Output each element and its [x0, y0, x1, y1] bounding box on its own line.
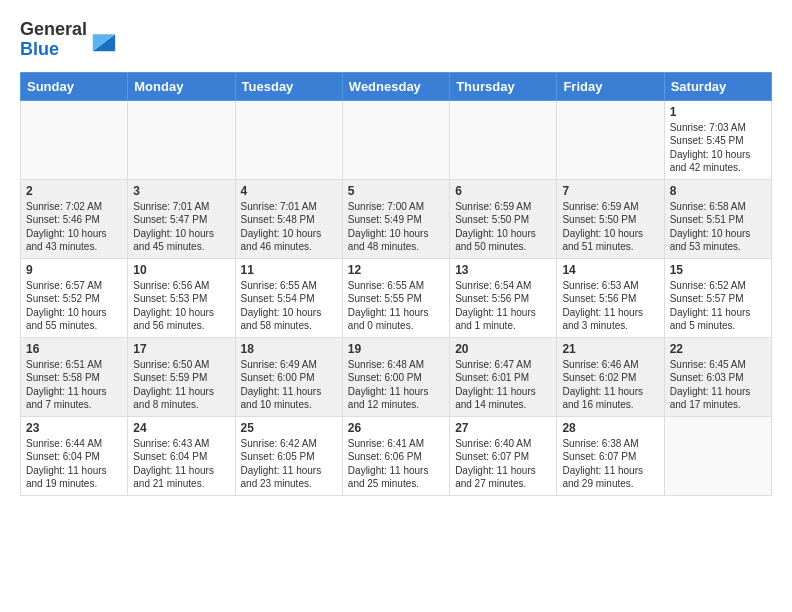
- calendar-cell: [664, 416, 771, 495]
- calendar-cell: [235, 100, 342, 179]
- day-info: Sunrise: 7:01 AM Sunset: 5:48 PM Dayligh…: [241, 200, 337, 254]
- calendar-cell: 27Sunrise: 6:40 AM Sunset: 6:07 PM Dayli…: [450, 416, 557, 495]
- calendar-cell: [128, 100, 235, 179]
- day-info: Sunrise: 6:56 AM Sunset: 5:53 PM Dayligh…: [133, 279, 229, 333]
- day-number: 16: [26, 342, 122, 356]
- day-number: 1: [670, 105, 766, 119]
- day-number: 13: [455, 263, 551, 277]
- calendar-cell: 1Sunrise: 7:03 AM Sunset: 5:45 PM Daylig…: [664, 100, 771, 179]
- day-info: Sunrise: 6:38 AM Sunset: 6:07 PM Dayligh…: [562, 437, 658, 491]
- day-number: 14: [562, 263, 658, 277]
- day-info: Sunrise: 6:46 AM Sunset: 6:02 PM Dayligh…: [562, 358, 658, 412]
- day-number: 6: [455, 184, 551, 198]
- calendar-week-1: 1Sunrise: 7:03 AM Sunset: 5:45 PM Daylig…: [21, 100, 772, 179]
- day-info: Sunrise: 6:47 AM Sunset: 6:01 PM Dayligh…: [455, 358, 551, 412]
- day-number: 8: [670, 184, 766, 198]
- weekday-header-tuesday: Tuesday: [235, 72, 342, 100]
- logo-text: General Blue: [20, 20, 87, 60]
- weekday-header-sunday: Sunday: [21, 72, 128, 100]
- calendar-cell: [557, 100, 664, 179]
- day-info: Sunrise: 6:44 AM Sunset: 6:04 PM Dayligh…: [26, 437, 122, 491]
- day-number: 11: [241, 263, 337, 277]
- weekday-header-monday: Monday: [128, 72, 235, 100]
- day-number: 25: [241, 421, 337, 435]
- day-info: Sunrise: 6:54 AM Sunset: 5:56 PM Dayligh…: [455, 279, 551, 333]
- calendar-week-5: 23Sunrise: 6:44 AM Sunset: 6:04 PM Dayli…: [21, 416, 772, 495]
- day-info: Sunrise: 6:59 AM Sunset: 5:50 PM Dayligh…: [455, 200, 551, 254]
- day-info: Sunrise: 6:51 AM Sunset: 5:58 PM Dayligh…: [26, 358, 122, 412]
- day-info: Sunrise: 6:52 AM Sunset: 5:57 PM Dayligh…: [670, 279, 766, 333]
- day-info: Sunrise: 6:40 AM Sunset: 6:07 PM Dayligh…: [455, 437, 551, 491]
- day-number: 5: [348, 184, 444, 198]
- calendar-cell: 13Sunrise: 6:54 AM Sunset: 5:56 PM Dayli…: [450, 258, 557, 337]
- calendar-cell: 10Sunrise: 6:56 AM Sunset: 5:53 PM Dayli…: [128, 258, 235, 337]
- day-info: Sunrise: 6:45 AM Sunset: 6:03 PM Dayligh…: [670, 358, 766, 412]
- calendar-cell: 3Sunrise: 7:01 AM Sunset: 5:47 PM Daylig…: [128, 179, 235, 258]
- day-info: Sunrise: 6:53 AM Sunset: 5:56 PM Dayligh…: [562, 279, 658, 333]
- calendar-cell: 18Sunrise: 6:49 AM Sunset: 6:00 PM Dayli…: [235, 337, 342, 416]
- day-number: 23: [26, 421, 122, 435]
- calendar-cell: 26Sunrise: 6:41 AM Sunset: 6:06 PM Dayli…: [342, 416, 449, 495]
- day-info: Sunrise: 6:48 AM Sunset: 6:00 PM Dayligh…: [348, 358, 444, 412]
- calendar-week-3: 9Sunrise: 6:57 AM Sunset: 5:52 PM Daylig…: [21, 258, 772, 337]
- day-info: Sunrise: 7:02 AM Sunset: 5:46 PM Dayligh…: [26, 200, 122, 254]
- calendar-cell: 14Sunrise: 6:53 AM Sunset: 5:56 PM Dayli…: [557, 258, 664, 337]
- day-info: Sunrise: 7:03 AM Sunset: 5:45 PM Dayligh…: [670, 121, 766, 175]
- day-number: 27: [455, 421, 551, 435]
- day-number: 2: [26, 184, 122, 198]
- calendar-cell: 9Sunrise: 6:57 AM Sunset: 5:52 PM Daylig…: [21, 258, 128, 337]
- calendar-cell: 20Sunrise: 6:47 AM Sunset: 6:01 PM Dayli…: [450, 337, 557, 416]
- calendar-cell: 23Sunrise: 6:44 AM Sunset: 6:04 PM Dayli…: [21, 416, 128, 495]
- calendar-cell: 19Sunrise: 6:48 AM Sunset: 6:00 PM Dayli…: [342, 337, 449, 416]
- weekday-header-thursday: Thursday: [450, 72, 557, 100]
- calendar-cell: 7Sunrise: 6:59 AM Sunset: 5:50 PM Daylig…: [557, 179, 664, 258]
- day-number: 24: [133, 421, 229, 435]
- day-number: 10: [133, 263, 229, 277]
- calendar-cell: 21Sunrise: 6:46 AM Sunset: 6:02 PM Dayli…: [557, 337, 664, 416]
- calendar-cell: 6Sunrise: 6:59 AM Sunset: 5:50 PM Daylig…: [450, 179, 557, 258]
- calendar-cell: [342, 100, 449, 179]
- logo: General Blue: [20, 20, 117, 60]
- day-info: Sunrise: 6:55 AM Sunset: 5:54 PM Dayligh…: [241, 279, 337, 333]
- calendar-cell: 4Sunrise: 7:01 AM Sunset: 5:48 PM Daylig…: [235, 179, 342, 258]
- calendar-week-4: 16Sunrise: 6:51 AM Sunset: 5:58 PM Dayli…: [21, 337, 772, 416]
- calendar-week-2: 2Sunrise: 7:02 AM Sunset: 5:46 PM Daylig…: [21, 179, 772, 258]
- day-info: Sunrise: 6:49 AM Sunset: 6:00 PM Dayligh…: [241, 358, 337, 412]
- calendar-cell: 17Sunrise: 6:50 AM Sunset: 5:59 PM Dayli…: [128, 337, 235, 416]
- weekday-header-wednesday: Wednesday: [342, 72, 449, 100]
- calendar-cell: [21, 100, 128, 179]
- calendar-cell: 25Sunrise: 6:42 AM Sunset: 6:05 PM Dayli…: [235, 416, 342, 495]
- header: General Blue: [20, 20, 772, 60]
- day-number: 19: [348, 342, 444, 356]
- day-info: Sunrise: 6:59 AM Sunset: 5:50 PM Dayligh…: [562, 200, 658, 254]
- day-number: 4: [241, 184, 337, 198]
- day-info: Sunrise: 6:43 AM Sunset: 6:04 PM Dayligh…: [133, 437, 229, 491]
- day-info: Sunrise: 6:42 AM Sunset: 6:05 PM Dayligh…: [241, 437, 337, 491]
- day-number: 3: [133, 184, 229, 198]
- day-number: 18: [241, 342, 337, 356]
- calendar-cell: 22Sunrise: 6:45 AM Sunset: 6:03 PM Dayli…: [664, 337, 771, 416]
- day-number: 7: [562, 184, 658, 198]
- day-info: Sunrise: 6:50 AM Sunset: 5:59 PM Dayligh…: [133, 358, 229, 412]
- day-info: Sunrise: 6:57 AM Sunset: 5:52 PM Dayligh…: [26, 279, 122, 333]
- day-info: Sunrise: 7:01 AM Sunset: 5:47 PM Dayligh…: [133, 200, 229, 254]
- day-info: Sunrise: 7:00 AM Sunset: 5:49 PM Dayligh…: [348, 200, 444, 254]
- day-info: Sunrise: 6:55 AM Sunset: 5:55 PM Dayligh…: [348, 279, 444, 333]
- calendar-cell: 8Sunrise: 6:58 AM Sunset: 5:51 PM Daylig…: [664, 179, 771, 258]
- logo-blue: Blue: [20, 39, 59, 59]
- page: General Blue SundayMondayTuesdayWednesda…: [0, 0, 792, 506]
- calendar-cell: 2Sunrise: 7:02 AM Sunset: 5:46 PM Daylig…: [21, 179, 128, 258]
- calendar-cell: 12Sunrise: 6:55 AM Sunset: 5:55 PM Dayli…: [342, 258, 449, 337]
- day-info: Sunrise: 6:41 AM Sunset: 6:06 PM Dayligh…: [348, 437, 444, 491]
- weekday-header-friday: Friday: [557, 72, 664, 100]
- weekday-header-row: SundayMondayTuesdayWednesdayThursdayFrid…: [21, 72, 772, 100]
- calendar-cell: [450, 100, 557, 179]
- day-number: 20: [455, 342, 551, 356]
- calendar: SundayMondayTuesdayWednesdayThursdayFrid…: [20, 72, 772, 496]
- calendar-cell: 15Sunrise: 6:52 AM Sunset: 5:57 PM Dayli…: [664, 258, 771, 337]
- calendar-cell: 16Sunrise: 6:51 AM Sunset: 5:58 PM Dayli…: [21, 337, 128, 416]
- day-number: 26: [348, 421, 444, 435]
- day-number: 22: [670, 342, 766, 356]
- day-number: 15: [670, 263, 766, 277]
- calendar-cell: 24Sunrise: 6:43 AM Sunset: 6:04 PM Dayli…: [128, 416, 235, 495]
